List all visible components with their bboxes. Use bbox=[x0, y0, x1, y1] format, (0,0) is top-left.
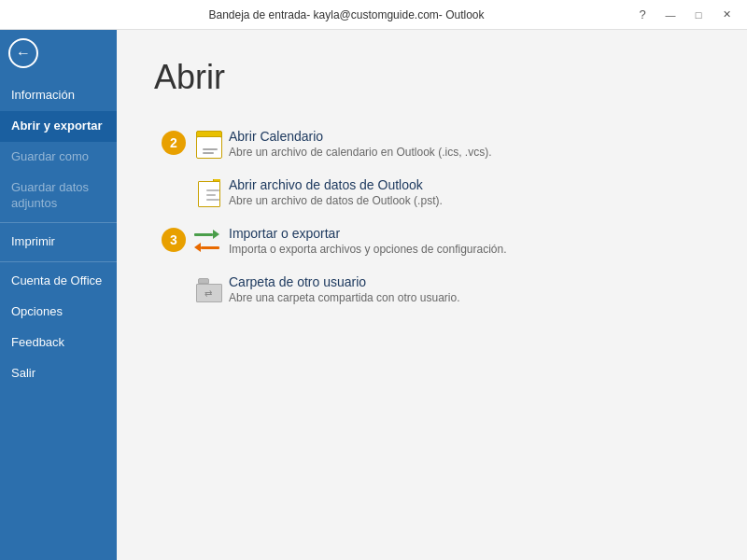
menu-item-abrir-calendario[interactable]: 2 Abrir Calendario Abre un a bbox=[154, 119, 710, 168]
back-icon: ← bbox=[8, 38, 38, 68]
step-badge-2: 2 bbox=[162, 131, 186, 155]
titlebar: Bandeja de entrada- kayla@customguide.co… bbox=[0, 0, 747, 30]
folder-shared-icon: ⇄ bbox=[190, 276, 229, 302]
menu-desc-abrir-datos-outlook: Abre un archivo de datos de Outlook (.ps… bbox=[229, 194, 702, 207]
sidebar-item-opciones[interactable]: Opciones bbox=[0, 297, 117, 328]
menu-text-importar-exportar: Importar o exportar Importa o exporta ar… bbox=[229, 226, 702, 256]
menu-text-abrir-calendario: Abrir Calendario Abre un archivo de cale… bbox=[229, 129, 702, 159]
sidebar-divider-2 bbox=[0, 261, 117, 262]
menu-label-importar-exportar: Importar o exportar bbox=[229, 226, 702, 241]
menu-desc-carpeta-usuario: Abre una carpeta compartida con otro usu… bbox=[229, 291, 702, 304]
maximize-button[interactable]: □ bbox=[685, 5, 712, 25]
sidebar: ← Información Abrir y exportar Guardar c… bbox=[0, 30, 117, 560]
window-controls: ? — □ ✕ bbox=[629, 5, 740, 25]
back-button[interactable]: ← bbox=[0, 30, 47, 77]
menu-item-abrir-datos-outlook[interactable]: Abrir archivo de datos de Outlook Abre u… bbox=[154, 168, 710, 217]
sidebar-divider-1 bbox=[0, 222, 117, 223]
help-button[interactable]: ? bbox=[629, 5, 655, 25]
sidebar-item-imprimir[interactable]: Imprimir bbox=[0, 227, 117, 258]
menu-desc-importar-exportar: Importa o exporta archivos y opciones de… bbox=[229, 243, 702, 256]
content-area: Abrir 2 Abri bbox=[117, 30, 747, 560]
menu-text-abrir-datos-outlook: Abrir archivo de datos de Outlook Abre u… bbox=[229, 177, 702, 207]
file-icon bbox=[190, 179, 229, 207]
step-badge-3: 3 bbox=[162, 228, 186, 252]
page-title: Abrir bbox=[154, 58, 710, 97]
menu-label-carpeta-usuario: Carpeta de otro usuario bbox=[229, 274, 702, 289]
menu-item-carpeta-usuario[interactable]: ⇄ Carpeta de otro usuario Abre una carpe… bbox=[154, 265, 710, 314]
sidebar-item-salir[interactable]: Salir bbox=[0, 358, 117, 389]
app-body: ← Información Abrir y exportar Guardar c… bbox=[0, 30, 747, 560]
window-title: Bandeja de entrada- kayla@customguide.co… bbox=[63, 8, 629, 21]
menu-desc-abrir-calendario: Abre un archivo de calendario en Outlook… bbox=[229, 146, 702, 159]
sidebar-item-guardar-datos: Guardar datos adjuntos bbox=[0, 173, 117, 219]
minimize-button[interactable]: — bbox=[657, 5, 684, 25]
sidebar-nav: Información Abrir y exportar Guardar com… bbox=[0, 77, 117, 560]
sidebar-item-informacion[interactable]: Información bbox=[0, 80, 117, 111]
calendar-icon bbox=[190, 131, 229, 159]
menu-label-abrir-datos-outlook: Abrir archivo de datos de Outlook bbox=[229, 177, 702, 192]
close-button[interactable]: ✕ bbox=[713, 5, 740, 25]
menu-text-carpeta-usuario: Carpeta de otro usuario Abre una carpeta… bbox=[229, 274, 702, 304]
sidebar-item-guardar-como: Guardar como bbox=[0, 142, 117, 173]
sidebar-item-cuenta-office[interactable]: Cuenta de Office bbox=[0, 266, 117, 297]
sidebar-item-abrir-exportar[interactable]: Abrir y exportar bbox=[0, 111, 117, 142]
menu-item-importar-exportar[interactable]: 3 Importar o exportar bbox=[154, 217, 710, 265]
menu-label-abrir-calendario: Abrir Calendario bbox=[229, 129, 702, 144]
arrows-icon bbox=[190, 228, 229, 254]
sidebar-item-feedback[interactable]: Feedback bbox=[0, 328, 117, 358]
